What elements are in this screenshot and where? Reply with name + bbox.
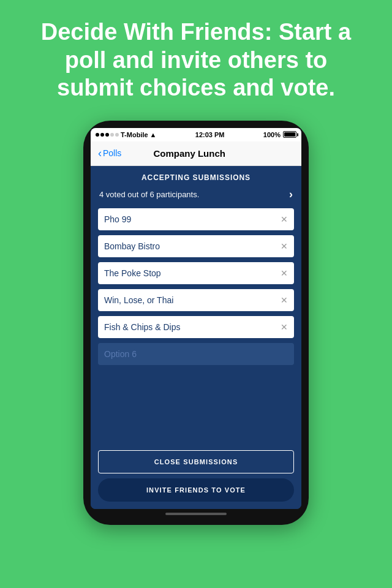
chevron-right-icon[interactable]: ›	[289, 188, 293, 201]
signal-dot-1	[96, 133, 99, 137]
option-close-1[interactable]: ✕	[281, 215, 288, 224]
nav-title: Company Lunch	[121, 148, 257, 159]
option-placeholder[interactable]: Option 6	[98, 343, 294, 365]
carrier-label: T-Mobile	[121, 131, 148, 138]
option-close-5[interactable]: ✕	[281, 323, 288, 331]
option-close-4[interactable]: ✕	[281, 296, 288, 304]
signal-dot-4	[110, 133, 114, 137]
back-label: Polls	[103, 148, 121, 158]
option-text-4: Win, Lose, or Thai	[104, 295, 173, 305]
battery-fill	[284, 132, 295, 137]
status-right: 100%	[263, 131, 296, 138]
page-headline: Decide With Friends: Start a poll and in…	[0, 0, 392, 115]
status-bar: T-Mobile ▲ 12:03 PM 100%	[91, 128, 301, 141]
option-item-3: The Poke Stop ✕	[98, 262, 294, 284]
home-indicator	[165, 513, 227, 515]
option-item-1: Pho 99 ✕	[98, 208, 294, 230]
signal-dot-3	[105, 133, 109, 137]
status-time: 12:03 PM	[195, 131, 225, 138]
signal-dots	[96, 133, 119, 137]
back-button[interactable]: ‹ Polls	[98, 148, 121, 159]
option-text-5: Fish & Chips & Dips	[104, 322, 180, 332]
phone-mockup: T-Mobile ▲ 12:03 PM 100% ‹ Polls Company…	[83, 121, 309, 525]
option-placeholder-text: Option 6	[104, 349, 137, 359]
option-text-3: The Poke Stop	[104, 268, 161, 278]
screen-content: ACCEPTING SUBMISSIONS 4 voted out of 6 p…	[91, 166, 301, 445]
vote-count: 4 voted out of 6 participants.	[99, 190, 199, 199]
wifi-icon: ▲	[150, 131, 157, 138]
nav-bar: ‹ Polls Company Lunch	[91, 141, 301, 166]
phone-screen: T-Mobile ▲ 12:03 PM 100% ‹ Polls Company…	[91, 128, 301, 509]
close-submissions-button[interactable]: CLOSE SUBMISSIONS	[98, 450, 294, 473]
bottom-section: CLOSE SUBMISSIONS INVITE FRIENDS TO VOTE	[91, 445, 301, 509]
invite-friends-button[interactable]: INVITE FRIENDS TO VOTE	[98, 478, 294, 502]
status-left: T-Mobile ▲	[96, 131, 157, 138]
option-text-2: Bombay Bistro	[104, 241, 160, 251]
option-item-2: Bombay Bistro ✕	[98, 235, 294, 257]
option-item-5: Fish & Chips & Dips ✕	[98, 316, 294, 338]
option-close-3[interactable]: ✕	[281, 269, 288, 277]
signal-dot-5	[115, 133, 119, 137]
vote-status-row: 4 voted out of 6 participants. ›	[98, 188, 294, 201]
spacer	[98, 370, 294, 438]
signal-dot-2	[100, 133, 104, 137]
accepting-submissions-banner: ACCEPTING SUBMISSIONS	[98, 173, 294, 182]
back-arrow-icon: ‹	[98, 148, 102, 159]
invite-friends-label: INVITE FRIENDS TO VOTE	[146, 486, 246, 494]
battery-icon	[283, 131, 296, 138]
close-submissions-label: CLOSE SUBMISSIONS	[154, 458, 238, 466]
option-close-2[interactable]: ✕	[281, 242, 288, 251]
option-text-1: Pho 99	[104, 214, 131, 224]
option-item-4: Win, Lose, or Thai ✕	[98, 289, 294, 311]
battery-percent: 100%	[263, 131, 281, 138]
